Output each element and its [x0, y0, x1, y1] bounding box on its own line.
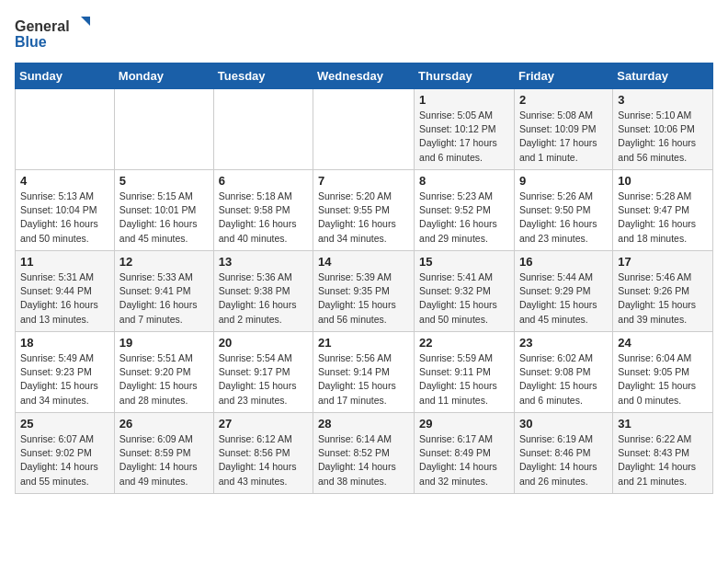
day-number: 14 — [318, 255, 409, 269]
calendar-cell: 5Sunrise: 5:15 AMSunset: 10:01 PMDayligh… — [114, 170, 213, 251]
day-number: 7 — [318, 174, 409, 188]
calendar-cell: 3Sunrise: 5:10 AMSunset: 10:06 PMDayligh… — [613, 89, 713, 170]
week-row-5: 25Sunrise: 6:07 AMSunset: 9:02 PMDayligh… — [16, 413, 713, 494]
calendar-cell: 8Sunrise: 5:23 AMSunset: 9:52 PMDaylight… — [415, 170, 515, 251]
header-cell-monday: Monday — [114, 63, 213, 89]
calendar-cell — [313, 89, 415, 170]
week-row-2: 4Sunrise: 5:13 AMSunset: 10:04 PMDayligh… — [16, 170, 713, 251]
calendar-cell: 20Sunrise: 5:54 AMSunset: 9:17 PMDayligh… — [213, 332, 313, 413]
calendar-cell: 12Sunrise: 5:33 AMSunset: 9:41 PMDayligh… — [114, 251, 213, 332]
calendar-cell: 2Sunrise: 5:08 AMSunset: 10:09 PMDayligh… — [514, 89, 612, 170]
day-number: 31 — [618, 417, 708, 431]
header-cell-tuesday: Tuesday — [213, 63, 313, 89]
day-number: 22 — [419, 336, 509, 350]
day-detail: Sunrise: 6:12 AMSunset: 8:56 PMDaylight:… — [219, 432, 308, 488]
calendar-body: 1Sunrise: 5:05 AMSunset: 10:12 PMDayligh… — [16, 89, 713, 494]
logo: GeneralBlue — [15, 15, 97, 52]
header-cell-sunday: Sunday — [16, 63, 115, 89]
day-number: 19 — [119, 336, 209, 350]
day-detail: Sunrise: 5:28 AMSunset: 9:47 PMDaylight:… — [618, 190, 708, 246]
day-number: 5 — [119, 174, 209, 188]
day-number: 11 — [20, 255, 109, 269]
calendar-cell: 10Sunrise: 5:28 AMSunset: 9:47 PMDayligh… — [613, 170, 713, 251]
day-detail: Sunrise: 5:46 AMSunset: 9:26 PMDaylight:… — [618, 270, 708, 327]
day-detail: Sunrise: 6:22 AMSunset: 8:43 PMDaylight:… — [618, 432, 708, 488]
calendar-cell: 15Sunrise: 5:41 AMSunset: 9:32 PMDayligh… — [415, 251, 515, 332]
day-number: 28 — [318, 417, 409, 431]
calendar-cell: 28Sunrise: 6:14 AMSunset: 8:52 PMDayligh… — [313, 413, 415, 494]
day-number: 21 — [318, 336, 409, 350]
calendar-cell: 1Sunrise: 5:05 AMSunset: 10:12 PMDayligh… — [415, 89, 515, 170]
calendar-cell: 23Sunrise: 6:02 AMSunset: 9:08 PMDayligh… — [514, 332, 612, 413]
day-number: 3 — [618, 93, 708, 107]
header-row: SundayMondayTuesdayWednesdayThursdayFrid… — [16, 63, 713, 89]
calendar-cell: 17Sunrise: 5:46 AMSunset: 9:26 PMDayligh… — [613, 251, 713, 332]
day-detail: Sunrise: 6:09 AMSunset: 8:59 PMDaylight:… — [119, 432, 209, 488]
day-detail: Sunrise: 6:14 AMSunset: 8:52 PMDaylight:… — [318, 432, 409, 488]
day-number: 4 — [20, 174, 109, 188]
calendar-cell: 27Sunrise: 6:12 AMSunset: 8:56 PMDayligh… — [213, 413, 313, 494]
calendar-cell: 9Sunrise: 5:26 AMSunset: 9:50 PMDaylight… — [514, 170, 612, 251]
day-detail: Sunrise: 5:31 AMSunset: 9:44 PMDaylight:… — [20, 270, 109, 327]
calendar-cell: 25Sunrise: 6:07 AMSunset: 9:02 PMDayligh… — [16, 413, 115, 494]
page-header: GeneralBlue — [15, 15, 713, 52]
calendar-cell: 26Sunrise: 6:09 AMSunset: 8:59 PMDayligh… — [114, 413, 213, 494]
day-number: 18 — [20, 336, 109, 350]
day-number: 29 — [419, 417, 509, 431]
day-number: 23 — [519, 336, 608, 350]
day-detail: Sunrise: 6:17 AMSunset: 8:49 PMDaylight:… — [419, 432, 509, 488]
day-detail: Sunrise: 5:39 AMSunset: 9:35 PMDaylight:… — [318, 270, 409, 327]
day-number: 20 — [219, 336, 308, 350]
day-number: 2 — [519, 93, 608, 107]
calendar-cell: 7Sunrise: 5:20 AMSunset: 9:55 PMDaylight… — [313, 170, 415, 251]
day-detail: Sunrise: 5:56 AMSunset: 9:14 PMDaylight:… — [318, 351, 409, 408]
week-row-1: 1Sunrise: 5:05 AMSunset: 10:12 PMDayligh… — [16, 89, 713, 170]
calendar-table: SundayMondayTuesdayWednesdayThursdayFrid… — [15, 63, 713, 494]
day-detail: Sunrise: 5:15 AMSunset: 10:01 PMDaylight… — [119, 190, 209, 246]
day-detail: Sunrise: 6:02 AMSunset: 9:08 PMDaylight:… — [519, 351, 608, 408]
day-detail: Sunrise: 5:08 AMSunset: 10:09 PMDaylight… — [519, 109, 608, 165]
day-detail: Sunrise: 6:19 AMSunset: 8:46 PMDaylight:… — [519, 432, 608, 488]
calendar-cell: 29Sunrise: 6:17 AMSunset: 8:49 PMDayligh… — [415, 413, 515, 494]
calendar-cell: 11Sunrise: 5:31 AMSunset: 9:44 PMDayligh… — [16, 251, 115, 332]
calendar-cell: 13Sunrise: 5:36 AMSunset: 9:38 PMDayligh… — [213, 251, 313, 332]
day-number: 27 — [219, 417, 308, 431]
day-number: 17 — [618, 255, 708, 269]
calendar-cell: 21Sunrise: 5:56 AMSunset: 9:14 PMDayligh… — [313, 332, 415, 413]
svg-text:Blue: Blue — [15, 34, 47, 50]
day-detail: Sunrise: 5:33 AMSunset: 9:41 PMDaylight:… — [119, 270, 209, 327]
day-number: 30 — [519, 417, 608, 431]
header-cell-wednesday: Wednesday — [313, 63, 415, 89]
header-cell-saturday: Saturday — [613, 63, 713, 89]
day-number: 10 — [618, 174, 708, 188]
day-number: 12 — [119, 255, 209, 269]
calendar-cell — [213, 89, 313, 170]
day-detail: Sunrise: 5:59 AMSunset: 9:11 PMDaylight:… — [419, 351, 509, 408]
day-detail: Sunrise: 5:23 AMSunset: 9:52 PMDaylight:… — [419, 190, 509, 246]
week-row-3: 11Sunrise: 5:31 AMSunset: 9:44 PMDayligh… — [16, 251, 713, 332]
day-number: 15 — [419, 255, 509, 269]
calendar-cell: 24Sunrise: 6:04 AMSunset: 9:05 PMDayligh… — [613, 332, 713, 413]
week-row-4: 18Sunrise: 5:49 AMSunset: 9:23 PMDayligh… — [16, 332, 713, 413]
day-detail: Sunrise: 5:41 AMSunset: 9:32 PMDaylight:… — [419, 270, 509, 327]
svg-marker-1 — [81, 17, 90, 26]
header-cell-friday: Friday — [514, 63, 612, 89]
day-number: 6 — [219, 174, 308, 188]
day-detail: Sunrise: 6:07 AMSunset: 9:02 PMDaylight:… — [20, 432, 109, 488]
calendar-cell: 6Sunrise: 5:18 AMSunset: 9:58 PMDaylight… — [213, 170, 313, 251]
calendar-cell: 31Sunrise: 6:22 AMSunset: 8:43 PMDayligh… — [613, 413, 713, 494]
day-detail: Sunrise: 5:51 AMSunset: 9:20 PMDaylight:… — [119, 351, 209, 408]
day-number: 1 — [419, 93, 509, 107]
calendar-cell: 18Sunrise: 5:49 AMSunset: 9:23 PMDayligh… — [16, 332, 115, 413]
calendar-cell: 22Sunrise: 5:59 AMSunset: 9:11 PMDayligh… — [415, 332, 515, 413]
day-detail: Sunrise: 5:05 AMSunset: 10:12 PMDaylight… — [419, 109, 509, 165]
day-number: 9 — [519, 174, 608, 188]
svg-text:General: General — [15, 18, 70, 34]
day-detail: Sunrise: 5:18 AMSunset: 9:58 PMDaylight:… — [219, 190, 308, 246]
calendar-cell: 14Sunrise: 5:39 AMSunset: 9:35 PMDayligh… — [313, 251, 415, 332]
calendar-cell: 19Sunrise: 5:51 AMSunset: 9:20 PMDayligh… — [114, 332, 213, 413]
header-cell-thursday: Thursday — [415, 63, 515, 89]
day-number: 16 — [519, 255, 608, 269]
day-number: 24 — [618, 336, 708, 350]
logo-icon: GeneralBlue — [15, 15, 97, 52]
